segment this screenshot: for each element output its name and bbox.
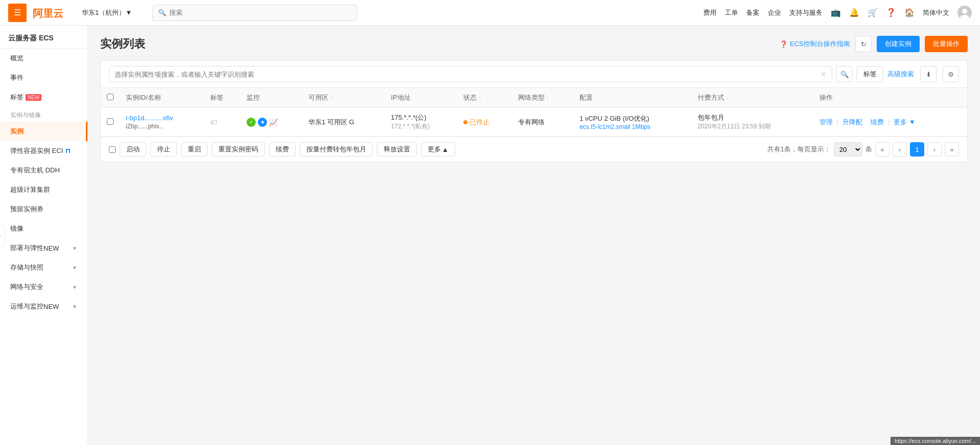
page-size-select[interactable]: 20 50 100 bbox=[834, 142, 862, 157]
page-header: 实例列表 ❓ ECS控制台操作指南 ↻ 创建实例 批量操作 bbox=[100, 36, 968, 52]
search-input[interactable] bbox=[169, 9, 351, 16]
column-settings-button[interactable]: ⚙ bbox=[943, 66, 959, 82]
logo[interactable]: 阿里云 bbox=[33, 6, 74, 20]
release-settings-button[interactable]: 释放设置 bbox=[377, 142, 417, 157]
page-prev-button[interactable]: ‹ bbox=[893, 142, 907, 157]
sidebar-collapse-button[interactable]: › bbox=[0, 225, 5, 246]
sidebar-storage-label: 存储与快照 bbox=[10, 263, 43, 272]
filter-input-container: ✕ bbox=[109, 66, 832, 82]
sidebar-section-network[interactable]: 网络与安全 ▼ bbox=[0, 277, 87, 297]
help-icon[interactable]: ❓ bbox=[886, 8, 896, 17]
deploy-badge: NEW bbox=[43, 244, 59, 252]
main-layout: 云服务器 ECS 概览 事件 标签 NEW 实例与镜像 实例 弹性容器实例 EC… bbox=[0, 26, 980, 445]
row-checkbox[interactable] bbox=[107, 118, 114, 125]
convert-billing-button[interactable]: 按量付费转包年包月 bbox=[300, 142, 373, 157]
sidebar-item-hpc[interactable]: 超级计算集群 bbox=[0, 180, 87, 199]
ops-badge: NEW bbox=[43, 303, 59, 310]
hamburger-menu[interactable]: ☰ bbox=[8, 4, 27, 22]
col-monitor: 监控 bbox=[240, 88, 302, 108]
page-current-button[interactable]: 1 bbox=[910, 142, 924, 157]
page-title: 实例列表 bbox=[100, 36, 145, 52]
sidebar-item-tags[interactable]: 标签 NEW bbox=[0, 87, 87, 107]
sidebar-item-instances[interactable]: 实例 bbox=[0, 122, 87, 141]
row-checkbox-cell bbox=[101, 108, 120, 137]
row-config-sub[interactable]: ecs.t5-lc1m2.small 1Mbps bbox=[580, 123, 685, 130]
create-instance-button[interactable]: 创建实例 bbox=[877, 36, 920, 52]
total-text: 共有1条，每页显示： bbox=[767, 145, 831, 154]
sidebar-item-overview[interactable]: 概览 bbox=[0, 49, 87, 68]
page-header-actions: ❓ ECS控制台操作指南 ↻ 创建实例 批量操作 bbox=[779, 36, 968, 52]
instance-table: 实例ID/名称 标签 监控 可用区 IP地址 bbox=[101, 88, 967, 137]
page-first-button[interactable]: « bbox=[875, 142, 889, 157]
home-icon[interactable]: 🏠 bbox=[904, 8, 915, 17]
bell-icon[interactable]: 🔔 bbox=[849, 8, 859, 17]
nav-support[interactable]: 支持与服务 bbox=[789, 8, 822, 17]
filter-search-button[interactable]: 🔍 bbox=[836, 66, 853, 82]
restart-button[interactable]: 重启 bbox=[181, 142, 208, 157]
bottom-select-all-checkbox[interactable] bbox=[109, 146, 116, 153]
col-action: 操作 bbox=[813, 88, 967, 108]
stop-button[interactable]: 停止 bbox=[150, 142, 177, 157]
sidebar-label-events: 事件 bbox=[10, 73, 24, 82]
sidebar-ops-label: 运维与监控 bbox=[10, 302, 43, 311]
user-avatar[interactable] bbox=[957, 6, 972, 20]
sidebar-section-deploy[interactable]: 部署与弹性 NEW ▼ bbox=[0, 238, 87, 258]
cart-icon[interactable]: 🛒 bbox=[867, 8, 878, 17]
hamburger-icon: ☰ bbox=[14, 8, 21, 17]
language-switcher[interactable]: 简体中文 bbox=[923, 8, 949, 17]
ecs-guide-link[interactable]: ❓ ECS控制台操作指南 bbox=[779, 39, 850, 49]
monitor-icon[interactable]: 📺 bbox=[831, 8, 841, 17]
sidebar-label-reserved: 预留实例券 bbox=[10, 205, 43, 214]
monitor-chart-icon[interactable]: 📈 bbox=[269, 118, 278, 126]
refresh-button[interactable]: ↻ bbox=[855, 36, 872, 52]
action-more[interactable]: 更多 ▼ bbox=[894, 118, 916, 127]
row-zone-text: 华东1 可用区 G bbox=[308, 118, 354, 126]
page-last-button[interactable]: » bbox=[945, 142, 959, 157]
unit-text: 条 bbox=[865, 145, 872, 154]
reset-password-button[interactable]: 重置实例密码 bbox=[212, 142, 265, 157]
filter-input[interactable] bbox=[115, 71, 818, 78]
export-icon: ⬇ bbox=[926, 71, 931, 78]
action-more-caret: ▼ bbox=[909, 118, 916, 126]
page-next-button[interactable]: › bbox=[927, 142, 942, 157]
action-upgrade[interactable]: 升降配 bbox=[842, 118, 862, 127]
sidebar-item-reserved[interactable]: 预留实例券 bbox=[0, 199, 87, 219]
batch-operations-button[interactable]: 批量操作 bbox=[925, 36, 968, 52]
tag-icon[interactable]: 🏷 bbox=[210, 118, 217, 126]
instance-id-link[interactable]: i-bp1d..........x6v bbox=[126, 114, 198, 122]
row-zone-cell: 华东1 可用区 G bbox=[302, 108, 385, 137]
export-button[interactable]: ⬇ bbox=[920, 66, 937, 82]
renew-button[interactable]: 续费 bbox=[269, 142, 296, 157]
sidebar-item-eci[interactable]: 弹性容器实例 ECI bbox=[0, 141, 87, 161]
nav-filing[interactable]: 备案 bbox=[746, 8, 760, 17]
sidebar-item-events[interactable]: 事件 bbox=[0, 68, 87, 87]
row-billing-sub: 2020年2月11日 23:59 到期 bbox=[698, 122, 807, 131]
select-all-checkbox[interactable] bbox=[107, 94, 114, 100]
nav-enterprise[interactable]: 企业 bbox=[768, 8, 781, 17]
filter-bar: ✕ 🔍 标签 高级搜索 ⬇ ⚙ bbox=[100, 60, 968, 88]
nav-ticket[interactable]: 工单 bbox=[725, 8, 738, 17]
instance-name-text: iZbp......phix.. bbox=[126, 123, 198, 130]
sidebar-item-images[interactable]: 镜像 bbox=[0, 219, 87, 238]
sidebar-label-overview: 概览 bbox=[10, 54, 24, 63]
deploy-caret: ▼ bbox=[72, 246, 77, 251]
sidebar-section-storage[interactable]: 存储与快照 ▼ bbox=[0, 258, 87, 277]
sidebar-section-ops[interactable]: 运维与监控 NEW ▼ bbox=[0, 297, 87, 316]
row-tag-cell: 🏷 bbox=[204, 108, 240, 137]
sidebar-label-images: 镜像 bbox=[10, 224, 24, 233]
more-actions-button[interactable]: 更多 ▲ bbox=[421, 142, 455, 157]
advanced-search-link[interactable]: 高级搜索 bbox=[887, 70, 914, 79]
pagination: 共有1条，每页显示： 20 50 100 条 « ‹ 1 › » bbox=[767, 142, 959, 157]
action-renew[interactable]: 续费 bbox=[871, 118, 884, 127]
nav-fees[interactable]: 费用 bbox=[703, 8, 717, 17]
filter-clear-icon[interactable]: ✕ bbox=[821, 71, 827, 78]
region-selector[interactable]: 华东1（杭州） ▼ bbox=[82, 8, 132, 17]
sidebar-item-ddh[interactable]: 专有宿主机 DDH bbox=[0, 161, 87, 180]
start-button[interactable]: 启动 bbox=[120, 142, 146, 157]
filter-tag-button[interactable]: 标签 bbox=[857, 66, 883, 82]
row-network-cell: 专有网络 bbox=[512, 108, 573, 137]
row-config-cell: 1 vCPU 2 GiB (I/O优化) ecs.t5-lc1m2.small … bbox=[573, 108, 692, 137]
action-manage[interactable]: 管理 bbox=[819, 118, 833, 127]
row-status-text: 已停止 bbox=[463, 118, 505, 127]
top-navigation: ☰ 阿里云 华东1（杭州） ▼ 🔍 费用 工单 备案 企业 支持与服务 📺 🔔 … bbox=[0, 0, 980, 26]
